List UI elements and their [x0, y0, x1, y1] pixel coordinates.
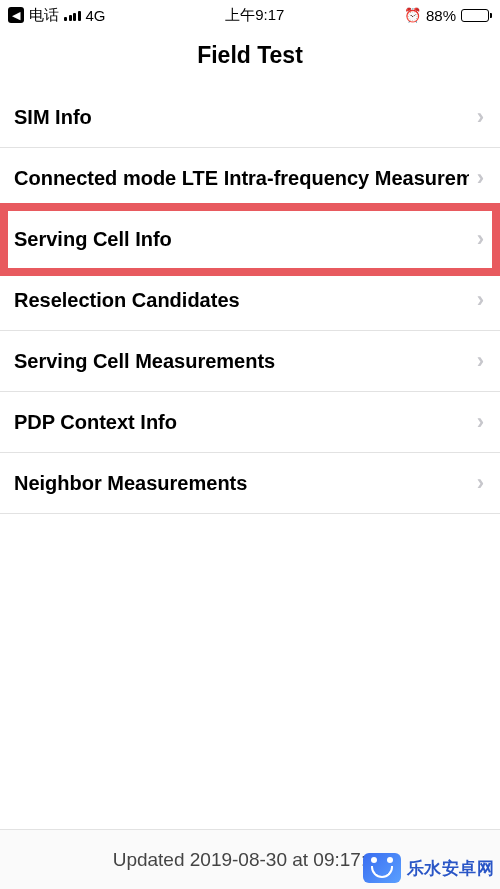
status-bar: ◀ 电话 4G 上午9:17 ⏰ 88% [0, 0, 500, 30]
row-label: Serving Cell Info [14, 228, 172, 251]
row-pdp-context-info[interactable]: PDP Context Info › [0, 392, 500, 453]
page-title: Field Test [0, 30, 500, 87]
watermark-logo-icon [363, 853, 401, 883]
row-reselection-candidates[interactable]: Reselection Candidates › [0, 270, 500, 331]
chevron-right-icon: › [477, 470, 484, 496]
row-label: Reselection Candidates [14, 289, 240, 312]
alarm-icon: ⏰ [404, 7, 421, 23]
menu-list: SIM Info › Connected mode LTE Intra-freq… [0, 87, 500, 514]
carrier-label: 电话 [29, 6, 59, 25]
row-serving-cell-measurements[interactable]: Serving Cell Measurements › [0, 331, 500, 392]
back-indicator-icon: ◀ [8, 7, 24, 23]
row-label: Neighbor Measurements [14, 472, 247, 495]
row-label: Connected mode LTE Intra-frequency Measu… [14, 167, 469, 190]
battery-icon [461, 9, 492, 22]
watermark-text: 乐水安卓网 [407, 857, 495, 880]
row-neighbor-measurements[interactable]: Neighbor Measurements › [0, 453, 500, 514]
row-label: SIM Info [14, 106, 92, 129]
chevron-right-icon: › [477, 226, 484, 252]
chevron-right-icon: › [477, 287, 484, 313]
status-left: ◀ 电话 4G [8, 6, 106, 25]
status-right: ⏰ 88% [404, 7, 492, 24]
battery-pct: 88% [426, 7, 456, 24]
signal-icon [64, 9, 81, 21]
row-label: Serving Cell Measurements [14, 350, 275, 373]
row-serving-cell-info[interactable]: Serving Cell Info › [0, 209, 500, 270]
row-connected-mode-lte[interactable]: Connected mode LTE Intra-frequency Measu… [0, 148, 500, 209]
chevron-right-icon: › [477, 104, 484, 130]
highlighted-row-wrap: Serving Cell Info › [0, 209, 500, 270]
row-sim-info[interactable]: SIM Info › [0, 87, 500, 148]
chevron-right-icon: › [477, 165, 484, 191]
updated-label: Updated 2019-08-30 at 09:17:47 [113, 849, 388, 871]
network-label: 4G [86, 7, 106, 24]
row-label: PDP Context Info [14, 411, 177, 434]
status-time: 上午9:17 [225, 6, 284, 25]
chevron-right-icon: › [477, 348, 484, 374]
watermark: 乐水安卓网 [363, 853, 495, 883]
chevron-right-icon: › [477, 409, 484, 435]
